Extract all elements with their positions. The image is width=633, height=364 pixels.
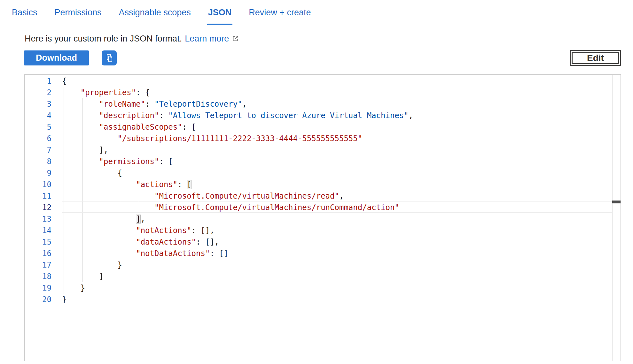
overview-ruler[interactable] bbox=[612, 75, 613, 361]
json-editor[interactable]: 1{2 "properties": {3 "roleName": "Telepo… bbox=[24, 74, 621, 361]
code-line[interactable]: 1{ bbox=[25, 75, 612, 87]
code-line-text: ], bbox=[62, 213, 612, 225]
download-button[interactable]: Download bbox=[24, 50, 89, 65]
code-line[interactable]: 16 "notDataActions": [] bbox=[25, 248, 612, 259]
code-area: 1{2 "properties": {3 "roleName": "Telepo… bbox=[25, 75, 612, 305]
edit-button[interactable]: Edit bbox=[570, 50, 621, 66]
tab-bar: Basics Permissions Assignable scopes JSO… bbox=[12, 7, 311, 25]
tab-permissions[interactable]: Permissions bbox=[54, 7, 102, 25]
code-line-text: "dataActions": [], bbox=[62, 236, 612, 248]
line-number: 7 bbox=[25, 144, 51, 156]
tab-assignable-scopes[interactable]: Assignable scopes bbox=[119, 7, 191, 25]
learn-more-link[interactable]: Learn more bbox=[185, 34, 239, 43]
code-line-text: "Microsoft.Compute/virtualMachines/read"… bbox=[62, 190, 612, 202]
code-line[interactable]: 15 "dataActions": [], bbox=[25, 236, 612, 248]
line-number: 14 bbox=[25, 225, 51, 236]
code-line-text: "Microsoft.Compute/virtualMachines/runCo… bbox=[62, 202, 612, 213]
copy-button[interactable] bbox=[102, 50, 117, 65]
line-number: 10 bbox=[25, 179, 51, 190]
code-line-text: "notActions": [], bbox=[62, 225, 612, 236]
code-line-text: "notDataActions": [] bbox=[62, 248, 612, 259]
code-line-text: ] bbox=[62, 271, 612, 282]
line-number: 8 bbox=[25, 156, 51, 167]
code-line[interactable]: 2 "properties": { bbox=[25, 87, 612, 98]
line-number: 3 bbox=[25, 98, 51, 110]
custom-role-json-page: Basics Permissions Assignable scopes JSO… bbox=[0, 0, 633, 364]
line-number: 11 bbox=[25, 190, 51, 202]
copy-icon bbox=[105, 53, 114, 63]
tab-review-create[interactable]: Review + create bbox=[248, 7, 311, 25]
active-tab-underline bbox=[207, 24, 233, 25]
external-link-icon bbox=[231, 35, 239, 42]
description-line: Here is your custom role in JSON format.… bbox=[25, 33, 239, 44]
line-number: 18 bbox=[25, 271, 51, 282]
code-line[interactable]: 13 ], bbox=[25, 213, 612, 225]
code-line[interactable]: 10 "actions": [ bbox=[25, 179, 612, 190]
code-line-text: } bbox=[62, 259, 612, 271]
line-number: 1 bbox=[25, 75, 51, 87]
code-line-text: ], bbox=[62, 144, 612, 156]
line-number: 4 bbox=[25, 110, 51, 121]
code-line-text: "assignableScopes": [ bbox=[62, 121, 612, 133]
code-line-text: "actions": [ bbox=[62, 179, 612, 190]
line-number: 6 bbox=[25, 133, 51, 144]
code-line[interactable]: 11 "Microsoft.Compute/virtualMachines/re… bbox=[25, 190, 612, 202]
line-number: 19 bbox=[25, 282, 51, 294]
code-line[interactable]: 5 "assignableScopes": [ bbox=[25, 121, 612, 133]
code-line[interactable]: 19 } bbox=[25, 282, 612, 294]
tab-json-label: JSON bbox=[208, 8, 232, 17]
code-line-text: { bbox=[62, 167, 612, 179]
learn-more-label: Learn more bbox=[185, 34, 229, 43]
line-number: 15 bbox=[25, 236, 51, 248]
tab-basics[interactable]: Basics bbox=[12, 7, 38, 25]
code-line-text: } bbox=[62, 282, 612, 294]
code-line[interactable]: 12 "Microsoft.Compute/virtualMachines/ru… bbox=[25, 202, 612, 213]
line-number: 13 bbox=[25, 213, 51, 225]
description-text: Here is your custom role in JSON format. bbox=[25, 34, 182, 43]
code-line[interactable]: 6 "/subscriptions/11111111-2222-3333-444… bbox=[25, 133, 612, 144]
code-line-text: "properties": { bbox=[62, 87, 612, 98]
code-line-text: { bbox=[62, 75, 612, 87]
code-line[interactable]: 7 ], bbox=[25, 144, 612, 156]
line-number: 5 bbox=[25, 121, 51, 133]
code-line[interactable]: 3 "roleName": "TeleportDiscovery", bbox=[25, 98, 612, 110]
code-line[interactable]: 8 "permissions": [ bbox=[25, 156, 612, 167]
line-number: 2 bbox=[25, 87, 51, 98]
line-number: 17 bbox=[25, 259, 51, 271]
code-line-text: } bbox=[62, 294, 612, 305]
line-number: 12 bbox=[25, 202, 51, 213]
code-line[interactable]: 4 "description": "Allows Teleport to dis… bbox=[25, 110, 612, 121]
code-line[interactable]: 9 { bbox=[25, 167, 612, 179]
code-line[interactable]: 17 } bbox=[25, 259, 612, 271]
tab-json[interactable]: JSON bbox=[208, 7, 232, 25]
code-line[interactable]: 18 ] bbox=[25, 271, 612, 282]
code-line-text: "roleName": "TeleportDiscovery", bbox=[62, 98, 612, 110]
code-line-text: "description": "Allows Teleport to disco… bbox=[62, 110, 612, 121]
line-number: 9 bbox=[25, 167, 51, 179]
edit-button-label: Edit bbox=[587, 53, 604, 63]
cursor-position-marker bbox=[612, 201, 621, 203]
code-line[interactable]: 14 "notActions": [], bbox=[25, 225, 612, 236]
code-line-text: "permissions": [ bbox=[62, 156, 612, 167]
code-line[interactable]: 20} bbox=[25, 294, 612, 305]
code-line-text: "/subscriptions/11111111-2222-3333-4444-… bbox=[62, 133, 612, 144]
line-number: 20 bbox=[25, 294, 51, 305]
line-number: 16 bbox=[25, 248, 51, 259]
